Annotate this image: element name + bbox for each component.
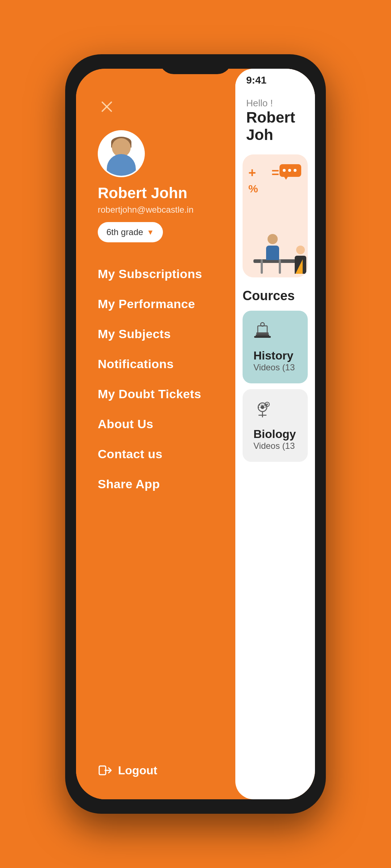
svg-rect-14	[254, 336, 271, 338]
sidebar-drawer: Robert John robertjohn@webcastle.in 6th …	[76, 69, 235, 799]
sidebar-item-share[interactable]: Share App	[98, 471, 217, 498]
hero-banner: + % =	[243, 154, 308, 277]
sidebar-item-subscriptions[interactable]: My Subscriptions	[98, 260, 217, 288]
header-section: Hello ! Robert Joh	[235, 90, 315, 151]
nav-menu: My Subscriptions My Performance My Subje…	[98, 260, 217, 756]
equals-symbol: =	[272, 165, 279, 180]
avatar-image	[99, 132, 143, 176]
profile-section: Robert John robertjohn@webcastle.in 6th …	[98, 130, 217, 242]
grade-selector[interactable]: 6th grade ▼	[98, 222, 163, 242]
svg-point-6	[288, 169, 291, 172]
chat-bubble	[279, 163, 304, 181]
courses-section: Cources	[235, 285, 315, 471]
biology-videos: Videos (13	[253, 441, 295, 451]
close-icon	[100, 100, 113, 113]
logout-button[interactable]: Logout	[98, 763, 217, 778]
phone-frame: Robert John robertjohn@webcastle.in 6th …	[65, 54, 326, 814]
sidebar-user-name: Robert John	[98, 184, 187, 202]
percent-symbol: %	[248, 183, 258, 195]
second-person	[295, 246, 306, 274]
chevron-down-icon: ▼	[147, 228, 154, 237]
close-button[interactable]	[98, 98, 116, 116]
svg-marker-8	[284, 177, 288, 180]
greeting-text: Hello !	[246, 98, 304, 109]
sidebar-item-contact[interactable]: Contact us	[98, 441, 217, 468]
sidebar-item-about[interactable]: About Us	[98, 410, 217, 438]
courses-title: Cources	[243, 288, 308, 303]
hero-illustration: + % =	[243, 154, 308, 277]
main-panel: 9:41 Hello ! Robert Joh + %	[235, 69, 315, 799]
course-card-history[interactable]: History Videos (13	[243, 311, 308, 383]
history-icon	[253, 322, 272, 345]
history-videos-count: Videos (13	[253, 362, 295, 372]
status-time: 9:41	[246, 75, 266, 86]
history-course-name: History	[253, 349, 293, 362]
biology-videos-count: Videos (13	[253, 441, 295, 451]
course-card-biology[interactable]: Biology Videos (13	[243, 389, 308, 462]
avatar-body	[107, 154, 136, 176]
main-panel-inner: 9:41 Hello ! Robert Joh + %	[235, 69, 315, 799]
svg-rect-10	[258, 326, 267, 333]
user-greeting: Robert Joh	[246, 109, 304, 144]
history-videos: Videos (13	[253, 362, 295, 373]
sidebar-item-subjects[interactable]: My Subjects	[98, 320, 217, 348]
svg-point-7	[294, 169, 297, 172]
sidebar-user-email: robertjohn@webcastle.in	[98, 205, 194, 215]
grade-value: 6th grade	[106, 227, 143, 237]
phone-screen: Robert John robertjohn@webcastle.in 6th …	[76, 69, 315, 799]
biology-icon	[253, 400, 272, 424]
phone-notch	[159, 54, 232, 74]
logout-label: Logout	[118, 764, 157, 777]
plus-symbol: +	[248, 165, 258, 180]
sidebar-item-performance[interactable]: My Performance	[98, 290, 217, 318]
sidebar-item-doubt-tickets[interactable]: My Doubt Tickets	[98, 380, 217, 408]
svg-rect-13	[256, 335, 269, 336]
avatar	[98, 130, 145, 177]
biology-course-name: Biology	[253, 427, 296, 441]
logout-icon	[98, 763, 112, 778]
svg-point-5	[283, 169, 286, 172]
status-bar: 9:41	[235, 69, 315, 90]
sidebar-item-notifications[interactable]: Notifications	[98, 350, 217, 378]
math-symbols: + %	[248, 165, 258, 195]
